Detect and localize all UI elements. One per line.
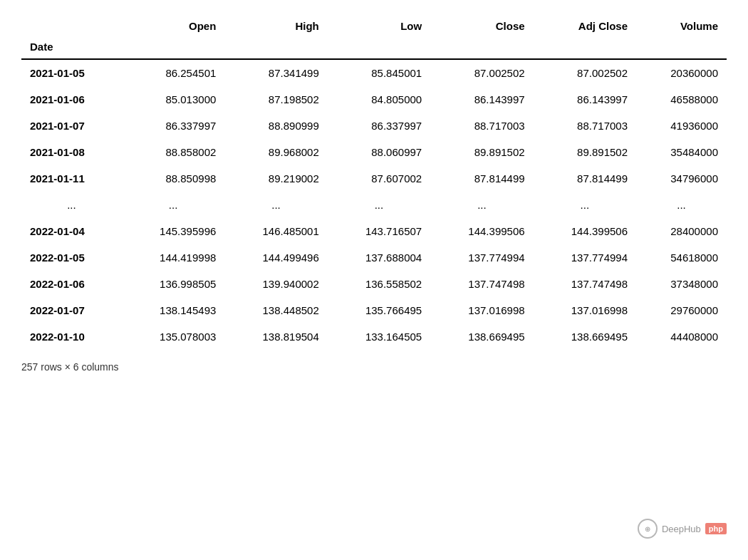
table-row: 2021-01-0786.33799788.89099986.33799788.… [21,113,727,139]
col-header-date [21,14,122,38]
cell-date: 2022-01-04 [21,218,122,244]
table-row: 2022-01-05144.419998144.499496137.688004… [21,244,727,271]
date-row-empty-6 [636,38,727,59]
cell-close: 137.774994 [430,244,533,271]
table-footer: 257 rows × 6 columns [21,361,727,373]
data-table-container: Open High Low Close Adj Close Volume Dat… [21,14,727,373]
cell-open: 86.337997 [122,113,224,139]
cell-low: 85.845001 [328,59,430,86]
cell-date: 2022-01-05 [21,244,122,271]
cell-high: 138.819504 [224,323,327,350]
table-row: 2021-01-0888.85800289.96800288.06099789.… [21,139,727,165]
cell-adj_close: 89.891502 [534,139,636,165]
date-row-empty-3 [328,38,430,59]
table-body: 2021-01-0586.25450187.34149985.84500187.… [21,59,727,350]
watermark-logo: ⊕ [638,519,658,539]
watermark-badge: php [705,523,727,534]
cell-high: ... [224,192,327,218]
col-header-high: High [224,14,327,38]
cell-open: 138.145493 [122,297,224,323]
cell-volume: ... [636,192,727,218]
cell-low: 135.766495 [328,297,430,323]
cell-low: ... [328,192,430,218]
cell-date: 2022-01-06 [21,271,122,297]
cell-close: 137.016998 [430,297,533,323]
cell-close: 86.143997 [430,86,533,113]
cell-close: 89.891502 [430,139,533,165]
cell-volume: 46588000 [636,86,727,113]
cell-date: ... [21,192,122,218]
cell-adj_close: 138.669495 [534,323,636,350]
cell-close: 144.399506 [430,218,533,244]
cell-date: 2021-01-11 [21,165,122,192]
table-row: 2022-01-06136.998505139.940002136.558502… [21,271,727,297]
cell-date: 2021-01-08 [21,139,122,165]
cell-open: 145.395996 [122,218,224,244]
date-row-empty-5 [534,38,636,59]
cell-close: 88.717003 [430,113,533,139]
cell-high: 89.219002 [224,165,327,192]
cell-date: 2021-01-07 [21,113,122,139]
table-row: 2022-01-10135.078003138.819504133.164505… [21,323,727,350]
cell-adj_close: 137.016998 [534,297,636,323]
table-row: 2022-01-04145.395996146.485001143.716507… [21,218,727,244]
cell-open: ... [122,192,224,218]
col-header-volume: Volume [636,14,727,38]
cell-high: 139.940002 [224,271,327,297]
cell-volume: 28400000 [636,218,727,244]
cell-adj_close: 87.814499 [534,165,636,192]
cell-close: 138.669495 [430,323,533,350]
date-row-empty-4 [430,38,533,59]
cell-date: 2022-01-10 [21,323,122,350]
cell-date: 2021-01-06 [21,86,122,113]
cell-low: 137.688004 [328,244,430,271]
col-header-adj-close: Adj Close [534,14,636,38]
cell-open: 144.419998 [122,244,224,271]
table-row: 2021-01-0586.25450187.34149985.84500187.… [21,59,727,86]
cell-close: 137.747498 [430,271,533,297]
cell-low: 143.716507 [328,218,430,244]
cell-adj_close: 137.774994 [534,244,636,271]
cell-low: 84.805000 [328,86,430,113]
cell-adj_close: 144.399506 [534,218,636,244]
cell-volume: 41936000 [636,113,727,139]
cell-volume: 29760000 [636,297,727,323]
date-label: Date [21,38,122,59]
cell-adj_close: 87.002502 [534,59,636,86]
table-row: ..................... [21,192,727,218]
date-label-row: Date [21,38,727,59]
cell-high: 88.890999 [224,113,327,139]
cell-low: 133.164505 [328,323,430,350]
cell-volume: 37348000 [636,271,727,297]
cell-low: 86.337997 [328,113,430,139]
cell-close: ... [430,192,533,218]
cell-volume: 20360000 [636,59,727,86]
cell-high: 138.448502 [224,297,327,323]
cell-open: 86.254501 [122,59,224,86]
table-row: 2021-01-0685.01300087.19850284.80500086.… [21,86,727,113]
table-row: 2021-01-1188.85099889.21900287.60700287.… [21,165,727,192]
cell-low: 136.558502 [328,271,430,297]
col-header-low: Low [328,14,430,38]
table-row: 2022-01-07138.145493138.448502135.766495… [21,297,727,323]
watermark: ⊕ DeepHub php [638,519,727,539]
cell-open: 85.013000 [122,86,224,113]
cell-high: 146.485001 [224,218,327,244]
cell-open: 136.998505 [122,271,224,297]
cell-date: 2022-01-07 [21,297,122,323]
cell-adj_close: 88.717003 [534,113,636,139]
cell-high: 89.968002 [224,139,327,165]
date-row-empty-2 [224,38,327,59]
cell-adj_close: ... [534,192,636,218]
col-header-close: Close [430,14,533,38]
date-row-empty-1 [122,38,224,59]
cell-adj_close: 86.143997 [534,86,636,113]
cell-adj_close: 137.747498 [534,271,636,297]
watermark-label: DeepHub [662,524,701,534]
cell-open: 135.078003 [122,323,224,350]
cell-date: 2021-01-05 [21,59,122,86]
cell-high: 144.499496 [224,244,327,271]
cell-volume: 35484000 [636,139,727,165]
cell-high: 87.341499 [224,59,327,86]
column-headers-row: Open High Low Close Adj Close Volume [21,14,727,38]
